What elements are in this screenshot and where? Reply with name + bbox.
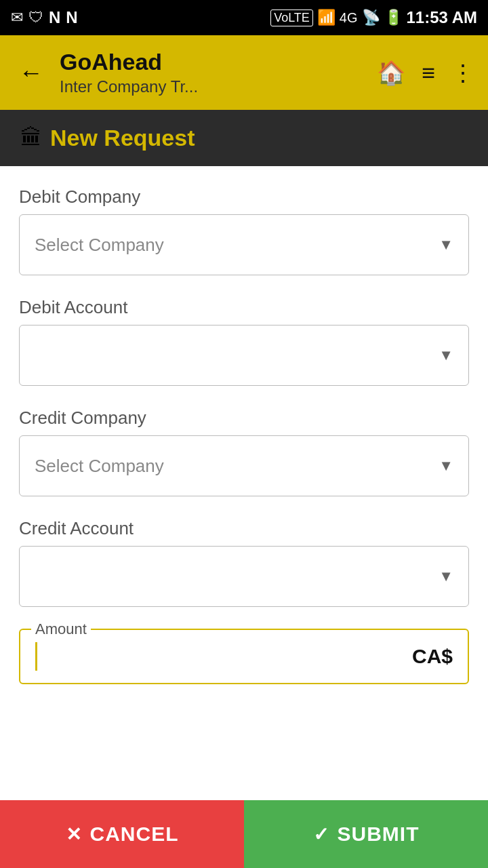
amount-currency: CA$ xyxy=(412,645,453,668)
app-title: GoAhead xyxy=(60,48,366,76)
back-button[interactable]: ← xyxy=(14,53,49,92)
section-header: 🏛 New Request xyxy=(0,110,488,166)
cancel-icon: ✕ xyxy=(66,823,82,846)
status-bar-right: VoLTE 📶 4G 📡 🔋 11:53 AM xyxy=(270,8,477,27)
debit-account-label: Debit Account xyxy=(19,297,469,318)
wifi-icon: 📶 xyxy=(317,9,336,26)
home-icon[interactable]: 🏠 xyxy=(377,59,405,86)
app-bar-title-section: GoAhead Inter Company Tr... xyxy=(60,48,366,97)
submit-label: SUBMIT xyxy=(338,823,420,846)
debit-company-dropdown[interactable]: Select Company ▼ xyxy=(19,214,469,275)
more-options-icon[interactable]: ⋮ xyxy=(451,59,474,86)
bottom-spacer xyxy=(19,706,469,781)
credit-company-label: Credit Company xyxy=(19,408,469,429)
debit-company-group: Debit Company Select Company ▼ xyxy=(19,186,469,275)
bank-icon: 🏛 xyxy=(20,125,42,151)
credit-company-value: Select Company xyxy=(35,456,164,477)
amount-input-row: CA$ xyxy=(35,635,453,671)
cancel-label: CANCEL xyxy=(90,823,179,846)
debit-account-dropdown[interactable]: ▼ xyxy=(19,325,469,386)
credit-company-group: Credit Company Select Company ▼ xyxy=(19,408,469,496)
debit-company-chevron-icon: ▼ xyxy=(439,236,453,254)
status-bar-left: ✉ 🛡 N N xyxy=(11,8,78,27)
amount-group: Amount CA$ xyxy=(19,629,469,684)
app-bar-icons: 🏠 ≡ ⋮ xyxy=(377,59,474,86)
mail-icon: ✉ xyxy=(11,9,23,26)
signal-icon: 📡 xyxy=(362,9,380,26)
bottom-buttons: ✕ CANCEL ✓ SUBMIT xyxy=(0,800,488,868)
credit-account-label: Credit Account xyxy=(19,518,469,539)
credit-account-group: Credit Account ▼ xyxy=(19,518,469,607)
credit-account-dropdown[interactable]: ▼ xyxy=(19,546,469,607)
status-bar: ✉ 🛡 N N VoLTE 📶 4G 📡 🔋 11:53 AM xyxy=(0,0,488,35)
app-subtitle: Inter Company Tr... xyxy=(60,76,366,97)
shield-icon: 🛡 xyxy=(28,9,43,26)
debit-company-label: Debit Company xyxy=(19,186,469,208)
credit-company-dropdown[interactable]: Select Company ▼ xyxy=(19,435,469,496)
n-icon-1: N xyxy=(49,8,60,27)
cancel-button[interactable]: ✕ CANCEL xyxy=(0,800,244,868)
n-icon-2: N xyxy=(66,8,77,27)
amount-field-wrapper: Amount CA$ xyxy=(19,629,469,684)
submit-icon: ✓ xyxy=(313,823,329,846)
debit-company-value: Select Company xyxy=(35,235,164,256)
network-type: 4G xyxy=(340,10,358,26)
debit-account-chevron-icon: ▼ xyxy=(439,347,453,364)
amount-label: Amount xyxy=(31,620,91,638)
volte-badge: VoLTE xyxy=(270,9,313,26)
battery-icon: 🔋 xyxy=(384,9,403,26)
credit-company-chevron-icon: ▼ xyxy=(439,457,453,475)
section-title: New Request xyxy=(50,125,195,151)
form-content: Debit Company Select Company ▼ Debit Acc… xyxy=(0,166,488,801)
menu-icon[interactable]: ≡ xyxy=(422,60,435,86)
app-bar: ← GoAhead Inter Company Tr... 🏠 ≡ ⋮ xyxy=(0,35,488,110)
status-time: 11:53 AM xyxy=(407,8,477,27)
debit-account-group: Debit Account ▼ xyxy=(19,297,469,386)
credit-account-chevron-icon: ▼ xyxy=(439,568,453,585)
text-cursor xyxy=(35,642,37,671)
submit-button[interactable]: ✓ SUBMIT xyxy=(244,800,488,868)
